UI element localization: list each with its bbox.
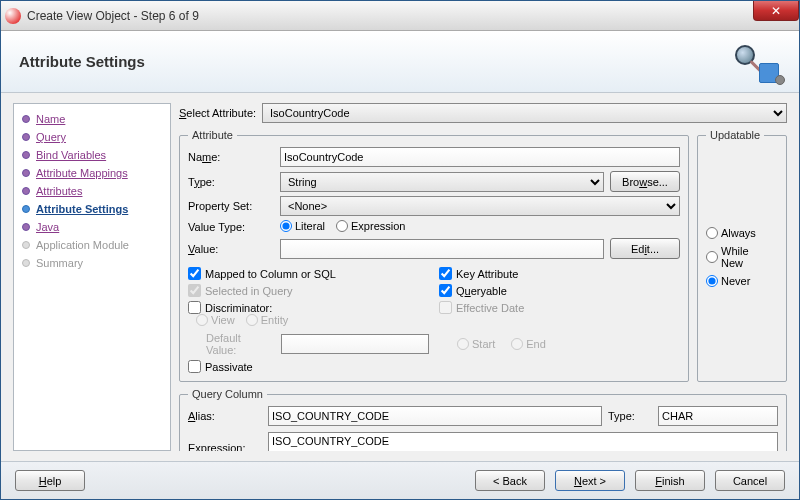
name-label: Name:	[188, 151, 274, 163]
step-java[interactable]: Java	[14, 218, 170, 236]
value-type-radios: Literal Expression	[280, 220, 680, 234]
attribute-legend: Attribute	[188, 129, 237, 141]
while-new-radio[interactable]: While New	[706, 245, 770, 269]
type-label: Type:	[188, 176, 274, 188]
start-end-row: Start End	[457, 332, 680, 356]
middle-columns: Attribute Name: Type: String Browse... P…	[179, 127, 787, 382]
window-title: Create View Object - Step 6 of 9	[27, 9, 199, 23]
always-radio[interactable]: Always	[706, 227, 770, 239]
default-value-label: Default Value:	[206, 332, 273, 356]
step-attribute-settings[interactable]: Attribute Settings	[14, 200, 170, 218]
magnifier-icon	[735, 45, 755, 65]
step-summary: Summary	[14, 254, 170, 272]
qc-type-field[interactable]	[658, 406, 778, 426]
wizard-steps: Name Query Bind Variables Attribute Mapp…	[13, 103, 171, 451]
selected-in-query-checkbox: Selected in Query	[188, 284, 429, 297]
select-attribute-label: Select Attribute:	[179, 107, 256, 119]
edit-button[interactable]: Edit...	[610, 238, 680, 259]
discriminator-row: Discriminator: View Entity	[188, 301, 429, 328]
main-panel: Select Attribute: IsoCountryCode Attribu…	[179, 103, 787, 451]
banner-graphic	[731, 41, 781, 85]
default-value-field	[281, 334, 429, 354]
value-label: Value:	[188, 243, 274, 255]
expression-radio[interactable]: Expression	[336, 220, 405, 232]
end-radio: End	[511, 338, 546, 350]
expression-field[interactable]	[268, 432, 778, 451]
close-icon[interactable]: ✕	[753, 1, 799, 21]
query-column-group: Query Column Alias: Type: Expression:	[179, 388, 787, 451]
page-title: Attribute Settings	[19, 53, 145, 70]
wizard-window: Create View Object - Step 6 of 9 ✕ Attri…	[0, 0, 800, 500]
default-value-row: Default Value:	[206, 332, 429, 356]
passivate-checkbox[interactable]: Passivate	[188, 360, 680, 373]
mapped-checkbox[interactable]: Mapped to Column or SQL	[188, 267, 429, 280]
attribute-checks: Mapped to Column or SQL Key Attribute Se…	[188, 267, 680, 373]
help-button[interactable]: Help	[15, 470, 85, 491]
banner: Attribute Settings	[1, 31, 799, 93]
gear-icon	[775, 75, 785, 85]
queryable-checkbox[interactable]: Queryable	[439, 284, 680, 297]
button-bar: Help < Back Next > Finish Cancel	[1, 461, 799, 499]
query-column-legend: Query Column	[188, 388, 267, 400]
start-radio: Start	[457, 338, 495, 350]
literal-radio[interactable]: Literal	[280, 220, 325, 232]
app-icon	[5, 8, 21, 24]
type-dropdown[interactable]: String	[280, 172, 604, 192]
key-attribute-checkbox[interactable]: Key Attribute	[439, 267, 680, 280]
attribute-group: Attribute Name: Type: String Browse... P…	[179, 129, 689, 382]
updatable-legend: Updatable	[706, 129, 764, 141]
value-field[interactable]	[280, 239, 604, 259]
content-area: Name Query Bind Variables Attribute Mapp…	[1, 93, 799, 461]
view-radio: View	[196, 314, 235, 326]
select-attribute-row: Select Attribute: IsoCountryCode	[179, 103, 787, 123]
value-type-label: Value Type:	[188, 221, 274, 233]
back-button[interactable]: < Back	[475, 470, 545, 491]
step-application-module: Application Module	[14, 236, 170, 254]
effective-date-checkbox: Effective Date	[439, 301, 680, 314]
step-attribute-mappings[interactable]: Attribute Mappings	[14, 164, 170, 182]
alias-label: Alias:	[188, 410, 262, 422]
entity-radio: Entity	[246, 314, 289, 326]
updatable-group: Updatable Always While New Never	[697, 129, 787, 382]
titlebar: Create View Object - Step 6 of 9 ✕	[1, 1, 799, 31]
cancel-button[interactable]: Cancel	[715, 470, 785, 491]
property-set-label: Property Set:	[188, 200, 274, 212]
expression-label: Expression:	[188, 442, 262, 451]
alias-field[interactable]	[268, 406, 602, 426]
step-query[interactable]: Query	[14, 128, 170, 146]
name-field[interactable]	[280, 147, 680, 167]
step-bind-variables[interactable]: Bind Variables	[14, 146, 170, 164]
property-set-dropdown[interactable]: <None>	[280, 196, 680, 216]
browse-button[interactable]: Browse...	[610, 171, 680, 192]
discriminator-checkbox[interactable]: Discriminator:	[188, 301, 429, 314]
step-attributes[interactable]: Attributes	[14, 182, 170, 200]
select-attribute-dropdown[interactable]: IsoCountryCode	[262, 103, 787, 123]
effective-date-row: Effective Date	[439, 301, 680, 328]
never-radio[interactable]: Never	[706, 275, 770, 287]
finish-button[interactable]: Finish	[635, 470, 705, 491]
qc-type-label: Type:	[608, 410, 652, 422]
next-button[interactable]: Next >	[555, 470, 625, 491]
step-name[interactable]: Name	[14, 110, 170, 128]
